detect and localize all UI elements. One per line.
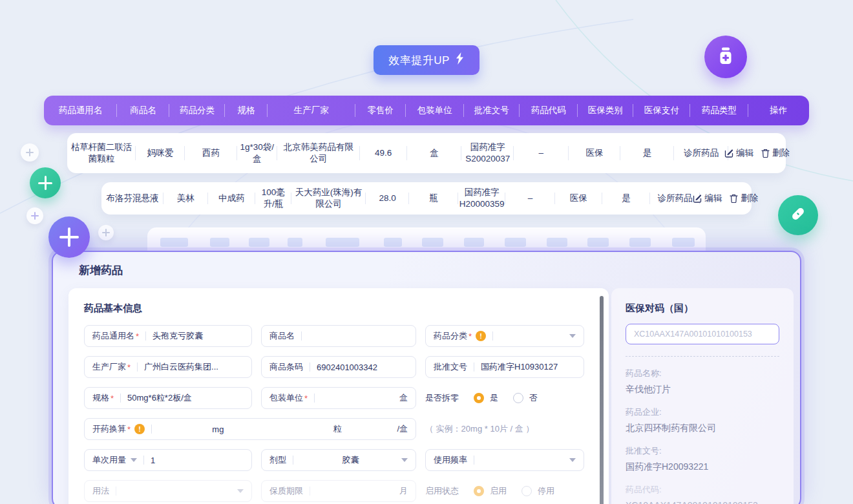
header-actions: 操作 xyxy=(748,96,809,125)
field-label: 是否拆零 xyxy=(425,392,459,404)
required-mark: * xyxy=(304,394,308,403)
chevron-down-icon xyxy=(569,458,576,462)
field-label: 规格 xyxy=(92,392,109,404)
cell-spec: 1g*30袋/盒 xyxy=(237,133,277,173)
radio-yes[interactable] xyxy=(474,393,484,403)
frequency-select[interactable]: 使用频率 xyxy=(425,449,584,471)
drug-basic-info-card: 药品基本信息 药品通用名* 头孢克亏胶囊 商品名 药品分类* 生产厂家* xyxy=(68,288,609,504)
required-mark: * xyxy=(469,331,472,341)
header-insurance-type: 医保类别 xyxy=(578,96,633,125)
delete-button[interactable]: 删除 xyxy=(730,193,758,204)
barcode-field[interactable]: 商品条码 6902401003342 xyxy=(261,356,416,378)
cell-trade-name: 美林 xyxy=(163,182,208,215)
floating-add-button-teal[interactable] xyxy=(30,167,61,198)
header-approval-no: 批准文号 xyxy=(464,96,520,125)
edit-icon xyxy=(693,194,702,203)
header-pack-unit: 包装单位 xyxy=(406,96,464,125)
approval-no-field[interactable]: 批准文号 国药准字H10930127 xyxy=(425,356,584,378)
conversion-field[interactable]: 开药换算* mg 粒 /盒 xyxy=(84,418,416,440)
radio-enable-label: 启用 xyxy=(490,485,507,497)
header-generic-name: 药品通用名 xyxy=(44,96,117,125)
floating-add-button-small-1[interactable] xyxy=(21,143,39,162)
field-label: 保质期限 xyxy=(269,485,303,497)
conversion-unit-granule: 粒 xyxy=(278,423,397,435)
cell-generic-name: 枯草杆菌二联活菌颗粒 xyxy=(67,133,136,173)
unit-suffix: 月 xyxy=(399,485,408,497)
cell-category: 西药 xyxy=(185,133,237,173)
capsule-icon xyxy=(788,204,808,226)
field-value: 广州白云医药集团... xyxy=(144,361,218,373)
chevron-down-icon xyxy=(401,458,408,462)
efficiency-banner-button[interactable]: 效率提升UP xyxy=(374,45,479,75)
edit-button[interactable]: 编辑 xyxy=(693,193,722,204)
field-value: 6902401003342 xyxy=(317,362,377,372)
generic-name-field[interactable]: 药品通用名* 头孢克亏胶囊 xyxy=(84,325,252,347)
field-value: 国药准字H10930127 xyxy=(481,361,558,373)
chevron-down-icon xyxy=(569,334,576,338)
cell-retail-price: 28.0 xyxy=(366,182,408,215)
single-dose-field[interactable]: 单次用量 1 xyxy=(84,449,252,471)
floating-add-button-small-2[interactable] xyxy=(26,207,43,224)
enable-status-radio-group: 启用状态 启用 停用 xyxy=(425,480,584,502)
trade-name-field[interactable]: 商品名 xyxy=(261,325,416,347)
dosage-form-select[interactable]: 剂型 胶囊 xyxy=(261,449,416,471)
field-label: 商品名 xyxy=(269,330,295,342)
add-drug-modal: 新增药品 药品基本信息 药品通用名* 头孢克亏胶囊 商品名 药品分类* xyxy=(52,251,801,504)
radio-enable[interactable] xyxy=(474,486,484,496)
chevron-down-icon xyxy=(237,489,244,493)
plus-icon xyxy=(26,149,34,156)
table-row: 枯草杆菌二联活菌颗粒 妈咪爱 西药 1g*30袋/盒 北京韩美药品有限公司 49… xyxy=(67,133,786,173)
radio-no[interactable] xyxy=(513,393,523,403)
plus-icon xyxy=(31,212,39,220)
field-label: 包装单位 xyxy=(269,392,303,404)
field-label: 开药换算 xyxy=(92,423,126,435)
spec-field[interactable]: 规格* 50mg*6粒*2板/盒 xyxy=(84,387,252,409)
header-drug-code: 药品代码 xyxy=(520,96,578,125)
cell-category: 中成药 xyxy=(208,182,255,215)
header-trade-name: 商品名 xyxy=(117,96,169,125)
required-mark: * xyxy=(127,362,131,372)
delete-label: 删除 xyxy=(772,147,790,159)
floating-add-button-small-3[interactable] xyxy=(98,225,114,240)
insurance-code-input[interactable]: XC10AAX147A00101010100153 xyxy=(626,324,779,344)
pack-unit-field[interactable]: 包装单位* 盒 xyxy=(261,387,416,409)
capsule-badge-button[interactable] xyxy=(778,195,818,235)
field-label: 生产厂家 xyxy=(92,361,126,373)
delete-label: 删除 xyxy=(741,193,758,204)
cell-insurance-pay: 是 xyxy=(620,133,674,173)
conversion-unit-mg: mg xyxy=(158,425,278,434)
medicine-bottle-add-button[interactable] xyxy=(704,36,747,78)
trash-icon xyxy=(761,149,770,158)
field-label: 启用状态 xyxy=(425,485,459,497)
drug-table-header: 药品通用名 商品名 药品分类 规格 生产厂家 零售价 包装单位 批准文号 药品代… xyxy=(44,96,809,125)
table-row: 布洛芬混悬液 美林 中成药 100毫升/瓶 天大药业(珠海)有限公司 28.0 … xyxy=(101,182,752,215)
cell-pack-unit: 盒 xyxy=(407,133,462,173)
cell-insurance-type: 医保 xyxy=(569,133,621,173)
form-scrollbar[interactable] xyxy=(600,296,604,504)
floating-add-button-purple[interactable] xyxy=(48,216,90,258)
radio-disable[interactable] xyxy=(521,486,532,496)
cell-pack-unit: 瓶 xyxy=(409,182,458,215)
header-drug-type: 药品类型 xyxy=(690,96,748,125)
chevron-down-icon xyxy=(131,458,137,462)
field-label: 使用频率 xyxy=(434,454,467,466)
required-mark: * xyxy=(111,394,114,403)
approval-no-label: 批准文号: xyxy=(626,445,779,457)
field-label: 剂型 xyxy=(269,454,286,466)
shelf-life-field[interactable]: 保质期限 月 xyxy=(261,480,416,502)
usage-select[interactable]: 用法 xyxy=(84,480,252,502)
cell-approval-no: 国药准字H20000359 xyxy=(458,182,505,215)
cell-spec: 100毫升/瓶 xyxy=(255,182,291,215)
edit-button[interactable]: 编辑 xyxy=(724,147,753,159)
field-value: 胶囊 xyxy=(300,454,401,466)
panel-title: 医保对码（国） xyxy=(626,302,779,315)
cell-approval-no: 国药准字S20020037 xyxy=(461,133,514,173)
modal-title: 新增药品 xyxy=(79,263,123,278)
efficiency-banner-label: 效率提升UP xyxy=(388,53,450,68)
manufacturer-field[interactable]: 生产厂家* 广州白云医药集团... xyxy=(84,356,252,378)
radio-yes-label: 是 xyxy=(490,392,498,404)
lightning-up-icon xyxy=(455,52,465,68)
category-select[interactable]: 药品分类* xyxy=(425,325,584,347)
drug-company-value: 北京四环制药有限公司 xyxy=(626,423,779,434)
delete-button[interactable]: 删除 xyxy=(761,147,790,159)
